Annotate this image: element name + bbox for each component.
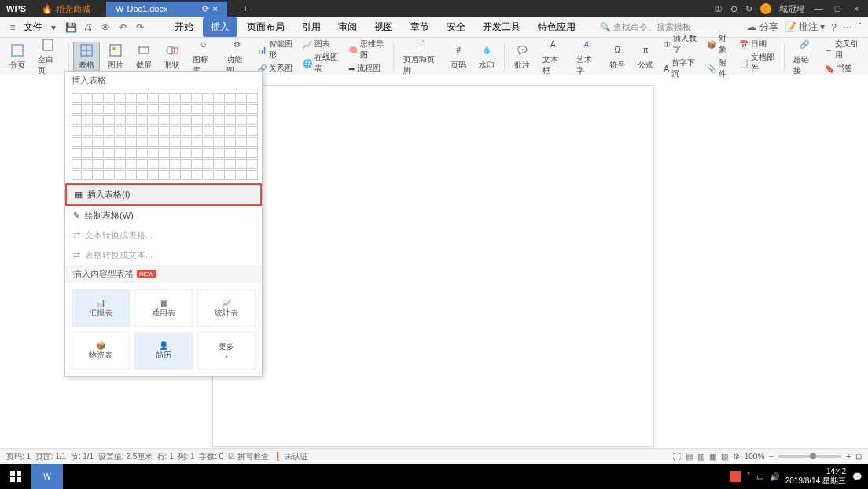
grid-cell[interactable] [215,137,225,147]
template-report[interactable]: 📊汇报表 [72,289,130,327]
ribbon-hyperlink[interactable]: 🔗超链接 [789,37,819,76]
taskbar-wps-app[interactable]: W [31,464,63,489]
grid-cell[interactable] [94,159,104,169]
ribbon-doc-parts[interactable]: 📑 文档部件 [737,51,779,75]
new-tab-button[interactable]: + [234,2,257,16]
grid-cell[interactable] [248,126,258,136]
tray-overflow-icon[interactable]: ˆ [747,472,749,481]
grid-cell[interactable] [83,126,93,136]
template-stats[interactable]: 📈统计表 [197,289,256,327]
ribbon-wordart[interactable]: A艺术字 [572,37,602,76]
grid-cell[interactable] [160,115,170,125]
grid-cell[interactable] [193,159,203,169]
grid-cell[interactable] [182,104,192,114]
undo-icon[interactable]: ↶ [116,21,129,34]
grid-cell[interactable] [72,148,82,158]
grid-cell[interactable] [237,170,247,180]
ribbon-mindmap[interactable]: 🧠 思维导图 [346,38,388,61]
grid-cell[interactable] [248,159,258,169]
grid-cell[interactable] [116,104,126,114]
grid-cell[interactable] [215,126,225,136]
ribbon-drop-cap[interactable]: A 首字下沉 [661,57,701,80]
grid-cell[interactable] [160,170,170,180]
status-position[interactable]: 设置值: 2.5厘米 [98,451,153,462]
tab-review[interactable]: 审阅 [330,17,365,37]
ribbon-icons[interactable]: ☺图标库 [188,37,219,76]
grid-cell[interactable] [72,115,82,125]
grid-cell[interactable] [94,126,104,136]
grid-cell[interactable] [182,170,192,180]
status-section[interactable]: 节: 1/1 [71,451,94,462]
tab-store[interactable]: 🔥 稻壳商城 [32,1,100,17]
zoom-in-button[interactable]: + [846,452,851,461]
grid-cell[interactable] [171,93,181,103]
redo-icon[interactable]: ↷ [134,21,146,34]
grid-cell[interactable] [182,159,192,169]
grid-cell[interactable] [83,159,93,169]
grid-cell[interactable] [138,159,148,169]
grid-cell[interactable] [171,115,181,125]
print-icon[interactable]: 🖨 [82,21,94,34]
grid-cell[interactable] [83,104,93,114]
tab-view[interactable]: 视图 [366,17,401,37]
grid-cell[interactable] [237,93,247,103]
grid-cell[interactable] [149,148,159,158]
grid-cell[interactable] [160,104,170,114]
grid-cell[interactable] [94,148,104,158]
grid-cell[interactable] [83,148,93,158]
badge-icon[interactable]: ① [715,4,723,14]
ribbon-equation[interactable]: π公式 [633,42,658,71]
grid-cell[interactable] [83,93,93,103]
grid-cell[interactable] [72,93,82,103]
status-spellcheck[interactable]: ☑ 拼写检查 [228,451,269,462]
grid-cell[interactable] [171,159,181,169]
ribbon-symbol[interactable]: Ω符号 [605,42,630,71]
ribbon-header-footer[interactable]: 📄页眉和页脚 [399,37,443,76]
help-icon[interactable]: ? [831,22,837,33]
grid-cell[interactable] [193,148,203,158]
tab-start[interactable]: 开始 [167,17,201,37]
grid-cell[interactable] [138,93,148,103]
tray-notification-icon[interactable]: 💬 [852,472,862,481]
grid-cell[interactable] [127,148,137,158]
grid-cell[interactable] [94,170,104,180]
tray-network-icon[interactable]: ▭ [756,472,763,481]
ribbon-insert-num[interactable]: ① 插入数字 [661,32,701,56]
grid-cell[interactable] [127,126,137,136]
view-mode1-icon[interactable]: ▤ [686,452,693,461]
ribbon-flowchart[interactable]: ➡ 流程图 [346,62,388,75]
ribbon-functions[interactable]: ⚙功能图 [222,37,252,76]
status-chars[interactable]: 字数: 0 [199,451,223,462]
grid-cell[interactable] [171,137,181,147]
grid-cell[interactable] [248,104,258,114]
tab-developer[interactable]: 开发工具 [475,17,528,37]
grid-cell[interactable] [237,159,247,169]
grid-cell[interactable] [226,115,236,125]
ribbon-watermark[interactable]: 💧水印 [474,42,499,71]
username[interactable]: 城冠墙 [779,3,805,15]
grid-cell[interactable] [204,104,214,114]
grid-cell[interactable] [127,93,137,103]
ribbon-comment[interactable]: 💬批注 [509,42,535,71]
template-asset[interactable]: 📦物资表 [72,332,130,370]
preview-icon[interactable]: 👁 [99,21,112,34]
grid-cell[interactable] [182,115,192,125]
tab-chapter[interactable]: 章节 [403,17,437,37]
grid-cell[interactable] [116,148,126,158]
grid-cell[interactable] [160,159,170,169]
view-settings-icon[interactable]: ⚙ [733,452,740,461]
grid-cell[interactable] [105,93,115,103]
grid-cell[interactable] [248,115,258,125]
ribbon-online-chart[interactable]: 🌐 在线图表 [300,51,343,75]
tab-layout[interactable]: 页面布局 [239,17,292,37]
grid-cell[interactable] [248,170,258,180]
grid-cell[interactable] [94,93,104,103]
grid-cell[interactable] [226,137,236,147]
status-verified[interactable]: ❗ 未认证 [273,451,308,462]
grid-cell[interactable] [204,137,214,147]
grid-cell[interactable] [204,159,214,169]
grid-cell[interactable] [149,159,159,169]
share-button[interactable]: ☁ 分享 [747,20,778,34]
grid-cell[interactable] [204,170,214,180]
tab-security[interactable]: 安全 [439,17,473,37]
